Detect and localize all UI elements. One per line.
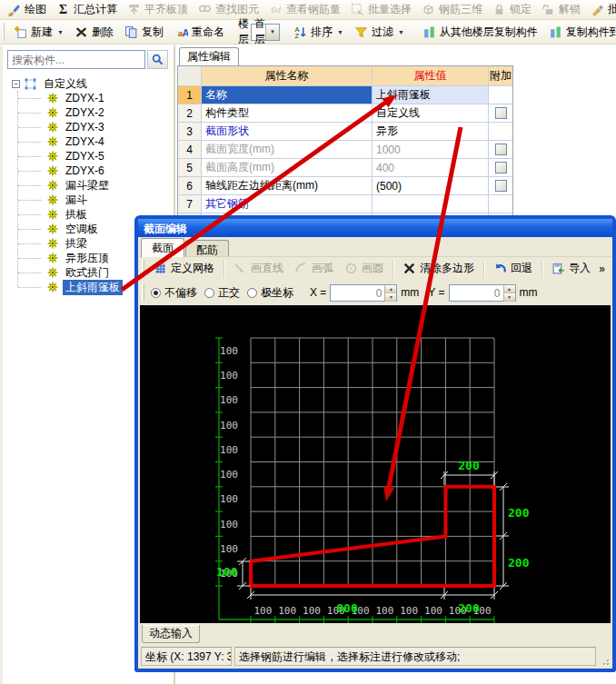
property-row[interactable]: 4 截面宽度(mm) 1000 (178, 141, 512, 159)
sidebar-item-漏斗[interactable]: 漏斗 (3, 193, 174, 207)
grid-col-spacing-label[interactable]: 100 (303, 605, 321, 617)
property-extra-cell[interactable] (489, 104, 512, 123)
dimension-label[interactable]: 200 (458, 459, 480, 472)
grid-row-spacing-label[interactable]: 100 (220, 543, 238, 555)
sidebar-item-ZDYX-6[interactable]: ZDYX-6 (3, 164, 174, 178)
offset-mode-none[interactable]: 不偏移 (151, 285, 204, 301)
property-value[interactable]: 异形 (373, 123, 489, 141)
extra-checkbox[interactable] (495, 144, 507, 155)
grid-col-spacing-label[interactable]: 100 (424, 605, 442, 617)
extra-checkbox[interactable] (495, 180, 507, 192)
offset-mode-polar[interactable]: 极坐标 (247, 285, 301, 301)
grid-col-spacing-label[interactable]: 100 (400, 605, 418, 617)
chevron-down-icon[interactable]: ▼ (265, 25, 279, 40)
batch-delete-button[interactable]: 批量删除 (586, 1, 616, 19)
toolbar-grip[interactable] (142, 283, 144, 302)
property-row[interactable]: 1 名称 上斜雨篷板 (178, 86, 512, 104)
grid-row-spacing-label[interactable]: 100 (220, 493, 238, 505)
resize-grip[interactable] (599, 647, 610, 666)
dimension-label[interactable]: 200 (508, 556, 530, 570)
property-extra-cell[interactable] (489, 141, 512, 159)
search-button[interactable] (147, 50, 168, 69)
grid-row-spacing-label[interactable]: 100 (220, 370, 238, 382)
property-extra-cell[interactable] (489, 86, 512, 104)
extra-checkbox[interactable] (495, 162, 507, 173)
dimension-label[interactable]: 200 (508, 506, 530, 520)
filter-button[interactable]: 过滤 ▼ (350, 23, 409, 41)
toolbar-grip[interactable] (3, 23, 5, 41)
toolbar-grip[interactable] (142, 260, 144, 278)
offset-mode-ortho[interactable]: 正交 (204, 285, 247, 301)
property-extra-cell[interactable] (489, 177, 512, 195)
spin-up-icon[interactable]: ▲ (504, 285, 515, 293)
component-toolbar: 新建 ▼ 删除 复制 aA 重命名 楼层 首层 ▼ AZ 排序 ▼ 过滤 ▼ 从… (0, 20, 616, 45)
extra-checkbox[interactable] (495, 107, 507, 119)
property-value[interactable]: 自定义线 (373, 104, 489, 123)
grid-row-spacing-label[interactable]: 100 (220, 345, 238, 357)
property-row[interactable]: 5 截面高度(mm) 400 (178, 159, 512, 177)
property-row[interactable]: 7 其它钢筋 (178, 195, 512, 213)
spin-up-icon[interactable]: ▲ (385, 285, 396, 293)
spin-down-icon[interactable]: ▼ (504, 293, 515, 302)
y-coordinate-input[interactable]: 0 ▲▼ (449, 284, 516, 302)
search-icon (152, 54, 164, 65)
property-value[interactable]: (500) (373, 177, 489, 195)
dimension-label[interactable]: 100 (216, 565, 238, 579)
section-drawing-canvas[interactable]: 1001001001001001001001001001001001001001… (140, 305, 611, 623)
import-button[interactable]: 导入 (547, 260, 595, 278)
x-coordinate-input[interactable]: 0 ▲▼ (330, 284, 397, 302)
collapse-icon[interactable]: − (12, 80, 20, 88)
floor-select[interactable]: 首层 ▼ (251, 24, 280, 41)
copy-to-floor-button[interactable]: 复制构件到 (544, 23, 616, 41)
property-value[interactable] (373, 195, 489, 213)
tab-section[interactable]: 截面 (141, 238, 184, 257)
batch-select-icon (351, 3, 364, 16)
spin-down-icon[interactable]: ▼ (385, 293, 396, 302)
property-value[interactable]: 400 (373, 159, 489, 177)
grid-row-spacing-label[interactable]: 100 (220, 394, 238, 406)
sidebar-item-漏斗梁壁[interactable]: 漏斗梁壁 (3, 178, 174, 193)
sidebar-item-ZDYX-3[interactable]: ZDYX-3 (3, 120, 174, 134)
property-extra-cell[interactable] (489, 123, 512, 141)
tab-rebar[interactable]: 配筋 (185, 240, 229, 256)
grid-row-spacing-label[interactable]: 100 (220, 420, 238, 431)
unlock-button: 解锁 (537, 1, 585, 19)
grid-row-spacing-label[interactable]: 100 (220, 444, 238, 456)
tree-root-custom-line[interactable]: − 自定义线 (3, 76, 174, 91)
grid-col-spacing-label[interactable]: 100 (278, 605, 296, 617)
clear-polygon-button[interactable]: 清除多边形 (398, 260, 479, 278)
sidebar-item-ZDYX-2[interactable]: ZDYX-2 (3, 105, 174, 120)
property-value[interactable]: 1000 (373, 141, 489, 159)
grid-row-spacing-label[interactable]: 100 (220, 519, 238, 530)
y-coordinate-label: Y = (428, 286, 444, 299)
toolbar-overflow-icon[interactable]: » (599, 263, 605, 275)
sort-button[interactable]: AZ 排序 ▼ (289, 23, 348, 41)
property-extra-cell[interactable] (489, 159, 512, 177)
new-button[interactable]: 新建 ▼ (9, 23, 68, 41)
copy-button[interactable]: 复制 (120, 23, 168, 41)
copy-from-floor-button[interactable]: 从其他楼层复制构件 (418, 23, 542, 41)
dialog-title-bar[interactable]: 截面编辑 (138, 219, 612, 237)
search-input[interactable] (7, 50, 145, 69)
sidebar-item-ZDYX-5[interactable]: ZDYX-5 (3, 149, 174, 164)
sigma-button[interactable]: Σ 汇总计算 (52, 1, 122, 19)
rename-button[interactable]: aA 重命名 (170, 23, 229, 41)
property-value[interactable]: 上斜雨篷板 (373, 86, 489, 104)
tab-dynamic-input[interactable]: 动态输入 (142, 625, 200, 643)
sidebar-item-ZDYX-4[interactable]: ZDYX-4 (3, 134, 174, 149)
tab-property-editor[interactable]: 属性编辑 (179, 47, 239, 65)
grid-col-spacing-label[interactable]: 100 (253, 605, 272, 617)
delete-button[interactable]: 删除 (70, 23, 118, 41)
sidebar-item-ZDYX-1[interactable]: ZDYX-1 (3, 91, 174, 105)
dimension-label[interactable]: 200 (458, 601, 480, 615)
dimension-label[interactable]: 800 (336, 601, 358, 615)
property-row[interactable]: 2 构件类型 自定义线 (178, 104, 512, 123)
undo-button[interactable]: 回退 (489, 260, 537, 278)
define-grid-button[interactable]: 定义网格 (149, 260, 219, 278)
property-row[interactable]: 3 截面形状 异形 (178, 123, 512, 141)
property-extra-cell[interactable] (489, 195, 512, 213)
grid-row-spacing-label[interactable]: 100 (220, 469, 238, 481)
property-row[interactable]: 6 轴线距左边线距离(mm) (500) (178, 177, 512, 195)
grid-col-spacing-label[interactable]: 100 (375, 605, 393, 617)
draw-button[interactable]: 绘图 (3, 1, 51, 19)
